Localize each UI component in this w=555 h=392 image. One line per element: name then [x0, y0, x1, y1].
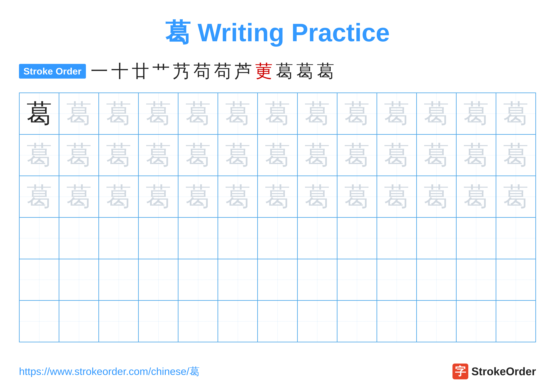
grid-cell: [416, 217, 456, 259]
grid-char: 葛: [185, 143, 211, 168]
stroke-4: 艹: [152, 59, 170, 83]
grid-char: 葛: [503, 184, 528, 209]
grid-cell: [218, 300, 258, 342]
grid-cell: [456, 300, 496, 342]
grid-char: 葛: [384, 101, 409, 126]
stroke-5: 艿: [173, 59, 190, 83]
grid-char: 葛: [305, 101, 330, 126]
grid-char: 葛: [146, 184, 171, 209]
grid-char: 葛: [463, 101, 489, 126]
grid-char: 葛: [66, 184, 92, 209]
grid-cell: 葛: [139, 176, 178, 217]
grid-cell: [19, 300, 59, 342]
stroke-chars: 一 十 廿 艹 艿 苟 苟 芦 莄 葛 葛 葛: [91, 59, 334, 83]
grid-cell: [139, 300, 178, 342]
grid-cell: 葛: [19, 176, 59, 217]
grid-cell: [337, 259, 377, 301]
grid-cell: 葛: [178, 93, 218, 134]
grid-cell: [139, 217, 178, 259]
grid-cell: 葛: [456, 176, 496, 217]
grid-cell: [178, 217, 218, 259]
logo-char: 字: [455, 364, 466, 379]
stroke-2: 十: [111, 59, 129, 83]
grid-char: 葛: [503, 101, 528, 126]
grid-cell: 葛: [416, 93, 456, 134]
grid-cell: [496, 259, 536, 301]
grid-cell: [19, 217, 59, 259]
stroke-9: 莄: [255, 59, 273, 83]
grid-cell: [297, 259, 337, 301]
grid-cell: 葛: [377, 176, 416, 217]
grid-char: 葛: [265, 184, 290, 209]
grid-char: 葛: [503, 143, 528, 168]
grid-cell: [178, 259, 218, 301]
grid-char: 葛: [27, 101, 52, 126]
grid-cell: 葛: [416, 176, 456, 217]
grid-cell: [377, 259, 416, 301]
grid-char: 葛: [225, 184, 250, 209]
grid-char: 葛: [27, 184, 52, 209]
grid-cell: 葛: [178, 134, 218, 176]
grid-cell: 葛: [377, 93, 416, 134]
grid-cell: [19, 259, 59, 301]
grid-char: 葛: [225, 101, 250, 126]
footer-url: https://www.strokeorder.com/chinese/葛: [19, 364, 200, 378]
logo-name: StrokeOrder: [471, 365, 536, 378]
stroke-7: 苟: [214, 59, 232, 83]
grid-cell: [218, 217, 258, 259]
grid-char: 葛: [305, 143, 330, 168]
stroke-order-badge: Stroke Order: [19, 64, 86, 78]
grid-cell: 葛: [496, 134, 536, 176]
grid-char: 葛: [463, 143, 489, 168]
grid-char: 葛: [424, 184, 449, 209]
grid-cell: [496, 300, 536, 342]
grid-char: 葛: [384, 184, 409, 209]
grid-cell: [416, 259, 456, 301]
grid-cell: [178, 300, 218, 342]
page: 葛 Writing Practice Stroke Order 一 十 廿 艹 …: [0, 0, 555, 392]
grid-cell: 葛: [19, 134, 59, 176]
grid-cell: [99, 217, 139, 259]
stroke-10: 葛: [276, 59, 293, 83]
grid-cell: [496, 217, 536, 259]
grid-char: 葛: [305, 184, 330, 209]
grid-cell: 葛: [59, 93, 99, 134]
grid-char: 葛: [265, 143, 290, 168]
grid-cell: 葛: [337, 176, 377, 217]
grid-char: 葛: [146, 101, 171, 126]
grid-cell: 葛: [19, 93, 59, 134]
grid-cell: 葛: [297, 134, 337, 176]
grid-char: 葛: [265, 101, 290, 126]
stroke-11: 葛: [296, 59, 314, 83]
grid-cell: 葛: [99, 93, 139, 134]
grid-char: 葛: [344, 101, 370, 126]
grid-cell: 葛: [337, 93, 377, 134]
grid-cell: 葛: [59, 134, 99, 176]
grid-cell: 葛: [496, 176, 536, 217]
grid-cell: 葛: [218, 176, 258, 217]
stroke-6: 苟: [193, 59, 211, 83]
grid-cell: [416, 300, 456, 342]
grid-cell: [456, 259, 496, 301]
grid-cell: 葛: [99, 176, 139, 217]
grid-cell: [139, 259, 178, 301]
grid-char: 葛: [424, 143, 449, 168]
grid-cell: 葛: [178, 176, 218, 217]
grid-cell: 葛: [218, 134, 258, 176]
grid-cell: 葛: [99, 134, 139, 176]
grid-cell: [297, 217, 337, 259]
grid-char: 葛: [185, 101, 211, 126]
grid-cell: 葛: [59, 176, 99, 217]
grid-cell: 葛: [416, 134, 456, 176]
stroke-12: 葛: [317, 59, 334, 83]
stroke-3: 廿: [132, 59, 149, 83]
grid-char: 葛: [344, 143, 370, 168]
grid-cell: [99, 259, 139, 301]
page-title: 葛 Writing Practice: [19, 16, 536, 50]
grid-cell: [59, 217, 99, 259]
grid-cell: [377, 300, 416, 342]
grid-cell: [258, 259, 297, 301]
grid-char: 葛: [106, 143, 131, 168]
grid-char: 葛: [66, 143, 92, 168]
grid-cell: [59, 259, 99, 301]
